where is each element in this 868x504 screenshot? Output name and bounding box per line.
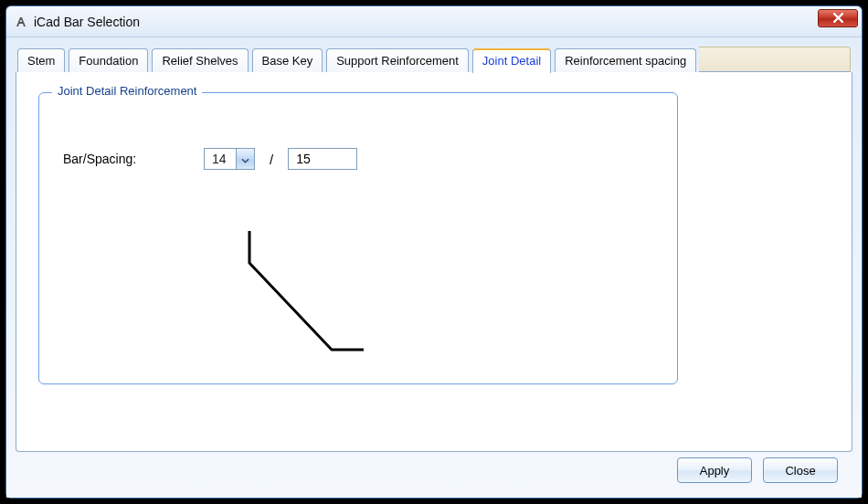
groupbox-joint-detail-reinforcement: Joint Detail Reinforcement Bar/Spacing: … (38, 92, 678, 384)
chevron-down-icon (241, 152, 249, 166)
titlebar: iCad Bar Selection (6, 6, 862, 37)
spacing-input[interactable] (288, 148, 357, 170)
app-icon (14, 15, 28, 29)
tab-relief-shelves[interactable]: Relief Shelves (152, 48, 248, 73)
window-title: iCad Bar Selection (34, 15, 140, 29)
window-close-button[interactable] (818, 9, 858, 27)
app-window: iCad Bar Selection Stem Foundation Relie… (5, 5, 863, 499)
client-area: Stem Foundation Relief Shelves Base Key … (6, 37, 862, 498)
bar-spacing-separator: / (268, 152, 275, 167)
close-icon (833, 12, 843, 26)
tab-filler (699, 47, 851, 72)
bar-select-dropdown-button[interactable] (236, 149, 254, 169)
tab-foundation[interactable]: Foundation (69, 48, 148, 73)
tab-base-key[interactable]: Base Key (252, 48, 323, 73)
apply-button[interactable]: Apply (677, 457, 752, 483)
tab-joint-detail[interactable]: Joint Detail (472, 48, 551, 73)
bar-shape-diagram (204, 226, 386, 375)
tab-stem[interactable]: Stem (17, 48, 65, 73)
tabpanel-joint-detail: Joint Detail Reinforcement Bar/Spacing: … (16, 72, 852, 452)
tab-reinforcement-spacing[interactable]: Reinforcement spacing (555, 48, 696, 73)
bar-spacing-label: Bar/Spacing: (63, 152, 191, 166)
tab-bar: Stem Foundation Relief Shelves Base Key … (16, 47, 852, 72)
bar-select-value: 14 (205, 152, 236, 166)
groupbox-title: Joint Detail Reinforcement (52, 84, 202, 98)
bar-spacing-row: Bar/Spacing: 14 / (63, 148, 653, 170)
dialog-footer: Apply Close (16, 452, 852, 492)
tab-support-reinforcement[interactable]: Support Reinforcement (326, 48, 469, 73)
close-button[interactable]: Close (763, 457, 838, 483)
bar-select[interactable]: 14 (204, 148, 255, 170)
